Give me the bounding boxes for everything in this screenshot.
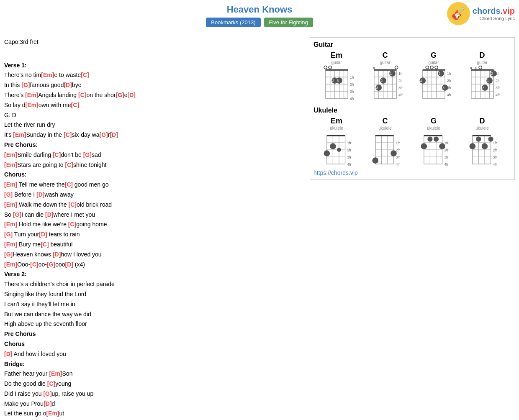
- lyrics-line: In this [G]famous good[D]bye: [4, 80, 303, 90]
- svg-text:2fr: 2fr: [447, 79, 451, 83]
- svg-text:2fr: 2fr: [496, 79, 500, 83]
- chord-g-ukulele: G ukulele 1fr: [411, 117, 457, 166]
- svg-text:2: 2: [332, 79, 334, 83]
- chord-g-guitar: G guitar: [411, 51, 457, 100]
- svg-text:x: x: [373, 65, 375, 70]
- svg-text:4fr: 4fr: [496, 93, 500, 97]
- svg-text:2fr: 2fr: [493, 148, 497, 152]
- chord-d-ukulele: D ukulele 1fr: [459, 117, 505, 166]
- svg-text:1fr: 1fr: [347, 141, 351, 145]
- svg-text:3: 3: [337, 79, 339, 83]
- svg-text:4fr: 4fr: [350, 97, 354, 100]
- lyrics-line: I can't say it they'll let me in: [4, 300, 303, 310]
- svg-text:1fr: 1fr: [398, 72, 403, 76]
- svg-text:3: 3: [482, 86, 484, 90]
- artist-button[interactable]: Five for Fighting: [264, 18, 313, 27]
- lyrics-line: There's no tim[Em]e to waste[C]: [4, 70, 303, 80]
- lyrics-section: Capo:3rd fret Verse 1: There's no tim[Em…: [4, 37, 303, 420]
- svg-text:3fr: 3fr: [493, 155, 497, 159]
- svg-text:2: 2: [380, 79, 383, 83]
- svg-point-106: [330, 143, 336, 149]
- svg-text:1: 1: [390, 72, 392, 76]
- lyrics-line: It's [Em]Sunday in the [C]six-day wa[G]r…: [4, 130, 303, 140]
- svg-text:1fr: 1fr: [493, 141, 497, 145]
- svg-text:4fr: 4fr: [347, 162, 351, 166]
- svg-text:1fr: 1fr: [447, 72, 451, 76]
- svg-text:x: x: [475, 65, 477, 70]
- svg-text:3fr: 3fr: [496, 86, 500, 90]
- chorus-label2: Chorus: [4, 339, 303, 349]
- lyrics-line: Father hear your [Em]Son: [4, 369, 303, 379]
- svg-point-141: [427, 137, 432, 142]
- lyrics-line: High above up the seventh floor: [4, 319, 303, 329]
- svg-text:4fr: 4fr: [447, 93, 451, 97]
- lyrics-line: Let the river run dry: [4, 120, 303, 130]
- svg-text:4: 4: [420, 79, 422, 83]
- verse1-label: Verse 1:: [4, 61, 303, 71]
- guitar-chord-row: Em guitar: [313, 51, 511, 100]
- svg-text:3fr: 3fr: [347, 155, 351, 159]
- svg-point-124: [372, 157, 378, 164]
- svg-text:1fr: 1fr: [396, 141, 400, 145]
- chord-em-ukulele: Em ukulele 1fr: [313, 117, 360, 166]
- lyrics-line: [Em]Ooo-[C]oo-[G]ooo[D] (x4): [4, 260, 303, 270]
- svg-text:3fr: 3fr: [444, 155, 448, 159]
- lyrics-line: [Em]Stars are going to [C]shine tonight: [4, 160, 303, 170]
- lyrics-line: Pre Chorus: [4, 329, 303, 339]
- chord-c-guitar: C guitar x: [362, 51, 408, 100]
- pre-chorus-label: Pre Chorus:: [4, 140, 303, 150]
- svg-text:1fr: 1fr: [496, 72, 500, 76]
- lyrics-line: [Em] Bury me[C] beautiful: [4, 240, 303, 250]
- chord-c-ukulele: C ukulele 1fr: [362, 117, 408, 166]
- logo-guitar-icon: 🎸: [447, 2, 470, 25]
- svg-text:1: 1: [487, 79, 489, 83]
- svg-text:3: 3: [376, 86, 378, 90]
- svg-point-159: [481, 143, 488, 149]
- lyrics-line: [G] Before I [D]wash away: [4, 190, 303, 200]
- svg-text:3fr: 3fr: [350, 90, 354, 94]
- lyrics-line: But we can dance the way we did: [4, 310, 303, 320]
- svg-point-59: [430, 66, 433, 69]
- svg-text:4fr: 4fr: [398, 93, 403, 97]
- page-title: Heaven Knows: [0, 4, 519, 15]
- svg-text:4fr: 4fr: [493, 162, 497, 166]
- lyrics-line: [G]Heaven knows [D]how I loved you: [4, 250, 303, 260]
- lyrics-line: There's [Em]Angels landing [C]on the sho…: [4, 90, 303, 100]
- lyrics-line: [Em]Smile darling [C]don't be [G]sad: [4, 150, 303, 160]
- svg-point-157: [476, 137, 481, 142]
- svg-text:2fr: 2fr: [347, 148, 351, 152]
- lyrics-line: [Em] Walk me down the [C]old brick road: [4, 200, 303, 210]
- chord-d-guitar: D guitar x x: [459, 51, 505, 100]
- guitar-title: Guitar: [313, 41, 511, 49]
- svg-text:3fr: 3fr: [398, 86, 403, 90]
- lyrics-line: Did I raise you [G]up, raise you up: [4, 389, 303, 399]
- chord-panel: Guitar Em guitar: [310, 37, 515, 180]
- chord-em-guitar: Em guitar: [313, 51, 360, 100]
- svg-point-158: [469, 143, 475, 149]
- svg-text:2: 2: [491, 72, 493, 76]
- lyrics-line: [Em] Hold me like we're [C]going home: [4, 220, 303, 230]
- svg-text:3fr: 3fr: [447, 86, 451, 90]
- lyrics-line: There's a children's choir in perfect pa…: [4, 279, 303, 289]
- site-logo: 🎸 chords.vip Chord Song Lyric: [447, 2, 515, 25]
- lyrics-line: Make you Prou[D]d: [4, 399, 303, 409]
- svg-text:3: 3: [442, 86, 444, 90]
- svg-text:1fr: 1fr: [350, 75, 354, 79]
- svg-text:x: x: [470, 65, 472, 70]
- lyrics-line: So [G]I can die [D]where I met you: [4, 210, 303, 220]
- svg-point-85: [479, 66, 482, 69]
- svg-point-139: [421, 143, 427, 149]
- svg-text:2fr: 2fr: [444, 148, 448, 152]
- svg-point-58: [426, 66, 429, 69]
- svg-text:2fr: 2fr: [398, 79, 403, 83]
- svg-point-60: [434, 66, 437, 69]
- bookmarks-button[interactable]: Bookmarks (2013): [206, 18, 260, 27]
- svg-text:4fr: 4fr: [396, 162, 400, 166]
- lyrics-line: Let the sun go o[Em]ut: [4, 409, 303, 419]
- chord-panel-url: https://chords.vip: [313, 169, 511, 176]
- svg-point-107: [337, 148, 341, 152]
- lyrics-line: [G] Turn your[D] tears to rain: [4, 230, 303, 240]
- ukulele-title: Ukulele: [313, 107, 511, 114]
- svg-point-108: [324, 150, 330, 156]
- svg-point-12: [324, 66, 327, 69]
